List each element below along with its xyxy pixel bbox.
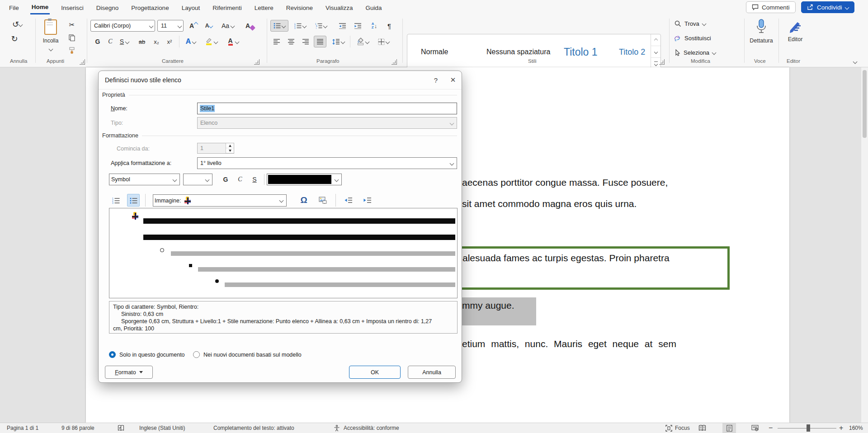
redo-button[interactable]: ↻: [8, 33, 21, 45]
align-left-button[interactable]: [270, 36, 283, 47]
find-button[interactable]: Trova: [675, 20, 706, 27]
tab-visualizza[interactable]: Visualizza: [324, 1, 354, 14]
tab-lettere[interactable]: Lettere: [253, 1, 275, 14]
select-button[interactable]: Seleziona: [675, 49, 716, 56]
read-mode-button[interactable]: [698, 423, 706, 433]
tab-layout[interactable]: Layout: [180, 1, 202, 14]
bullet-italic-button[interactable]: C: [234, 174, 246, 185]
clear-formatting-button[interactable]: A: [243, 20, 257, 32]
paste-button[interactable]: Incolla: [40, 19, 61, 52]
numbering-type-button[interactable]: 123: [109, 194, 122, 207]
radio-new-documents[interactable]: Nei nuovi documenti basati sul modello: [193, 351, 302, 358]
clipboard-dialog-launcher[interactable]: [80, 59, 85, 65]
align-right-button[interactable]: [299, 36, 312, 47]
shading-button[interactable]: [354, 36, 372, 47]
vertical-scrollbar[interactable]: [861, 67, 868, 423]
print-layout-button[interactable]: [722, 423, 736, 433]
zoom-slider-handle[interactable]: [807, 424, 810, 432]
bullet-type-button[interactable]: [127, 194, 140, 207]
dialog-help-button[interactable]: ?: [427, 71, 444, 89]
format-painter-button[interactable]: [66, 45, 78, 56]
underline-button[interactable]: S: [117, 36, 132, 47]
bullet-color-combo[interactable]: [267, 174, 342, 185]
bullet-font-combo[interactable]: Symbol: [109, 174, 180, 185]
multilevel-list-button[interactable]: 1ai: [312, 20, 330, 32]
share-button[interactable]: Condividi: [801, 1, 854, 13]
cut-button[interactable]: ✂: [66, 19, 78, 30]
shrink-font-button[interactable]: A: [202, 20, 216, 32]
style-titolo-2[interactable]: Titolo 2: [619, 34, 645, 70]
spinner-up-button[interactable]: [226, 143, 234, 148]
page-indicator[interactable]: Pagina 1 di 1: [7, 423, 38, 433]
focus-mode-button[interactable]: Focus: [665, 423, 690, 433]
ok-button[interactable]: OK: [349, 366, 401, 379]
copy-button[interactable]: [66, 32, 78, 43]
style-normale[interactable]: Normale: [421, 34, 448, 70]
tab-progettazione[interactable]: Progettazione: [130, 1, 170, 14]
editor-button[interactable]: Editor: [781, 19, 809, 42]
bullet-underline-button[interactable]: S: [249, 174, 260, 185]
sort-button[interactable]: AZ ↓: [367, 20, 382, 32]
share-dropdown-chevron[interactable]: [844, 5, 849, 9]
web-layout-button[interactable]: [751, 423, 759, 433]
numbering-button[interactable]: 123: [291, 20, 309, 32]
superscript-button[interactable]: x²: [164, 36, 175, 47]
bullets-button[interactable]: [270, 20, 288, 32]
word-count[interactable]: 9 di 86 parole: [61, 423, 94, 433]
text-effects-button[interactable]: A: [183, 36, 199, 47]
show-paragraph-marks-button[interactable]: ¶: [383, 20, 395, 32]
styles-scroll-up[interactable]: [651, 34, 660, 46]
dialog-decrease-indent-button[interactable]: [342, 194, 354, 207]
image-bullet-combo[interactable]: Immagine:: [153, 194, 287, 207]
radio-only-this-document[interactable]: Solo in questo documento: [109, 351, 185, 358]
dictate-button[interactable]: Dettatura: [747, 19, 776, 44]
replace-button[interactable]: bc Sostituisci: [674, 35, 711, 42]
name-input[interactable]: Stile1: [197, 103, 457, 114]
text-prediction-indicator[interactable]: Completamento del testo: attivato: [213, 423, 294, 433]
tab-file[interactable]: File: [8, 1, 20, 14]
cancel-button[interactable]: Annulla: [408, 366, 456, 379]
italic-button[interactable]: C: [105, 36, 116, 47]
tab-revisione[interactable]: Revisione: [285, 1, 314, 14]
decrease-indent-button[interactable]: [335, 20, 349, 32]
dialog-increase-indent-button[interactable]: [361, 194, 373, 207]
undo-button[interactable]: ↺: [8, 19, 26, 30]
spinner-down-button[interactable]: [226, 148, 234, 153]
apply-to-combo[interactable]: 1° livello: [197, 157, 457, 169]
paragraph-dialog-launcher[interactable]: [392, 59, 397, 65]
subscript-button[interactable]: x₂: [151, 36, 162, 47]
font-name-combo[interactable]: Calibri (Corpo): [90, 20, 155, 32]
picture-insert-button[interactable]: [316, 194, 329, 207]
zoom-out-button[interactable]: −: [769, 423, 773, 433]
bullet-size-combo[interactable]: [183, 174, 212, 185]
accessibility-status[interactable]: Accessibilità: conforme: [344, 423, 399, 433]
dialog-titlebar[interactable]: Definisci nuovo stile elenco ? ✕: [99, 71, 462, 89]
symbol-insert-button[interactable]: Ω: [297, 194, 310, 207]
zoom-percentage[interactable]: 160%: [849, 423, 863, 433]
bullet-bold-button[interactable]: G: [220, 174, 231, 185]
font-color-button[interactable]: A: [224, 36, 241, 47]
grow-font-button[interactable]: A: [187, 20, 200, 32]
style-titolo-1[interactable]: Titolo 1: [564, 34, 598, 70]
zoom-in-button[interactable]: +: [839, 423, 843, 433]
dialog-close-button[interactable]: ✕: [444, 71, 462, 89]
increase-indent-button[interactable]: [351, 20, 364, 32]
tab-guida[interactable]: Guida: [364, 1, 383, 14]
tab-home[interactable]: Home: [30, 0, 50, 14]
font-size-combo[interactable]: 11: [157, 20, 184, 32]
styles-dialog-launcher[interactable]: [659, 59, 665, 65]
format-menu-button[interactable]: Formato: [105, 366, 153, 379]
language-indicator[interactable]: Inglese (Stati Uniti): [139, 423, 185, 433]
align-center-button[interactable]: [285, 36, 297, 47]
highlight-color-button[interactable]: [203, 36, 220, 47]
strikethrough-button[interactable]: ab: [136, 36, 148, 47]
collapse-ribbon-chevron[interactable]: [853, 60, 858, 64]
tab-inserisci[interactable]: Inserisci: [60, 1, 85, 14]
font-dialog-launcher[interactable]: [254, 59, 259, 65]
change-case-button[interactable]: Aa: [218, 20, 237, 32]
style-nessuna-spaziatura[interactable]: Nessuna spaziatura: [486, 34, 555, 70]
tab-riferimenti[interactable]: Riferimenti: [211, 1, 243, 14]
proofing-icon[interactable]: [118, 423, 124, 433]
styles-scroll-down[interactable]: [651, 46, 660, 58]
tab-disegno[interactable]: Disegno: [95, 1, 120, 14]
